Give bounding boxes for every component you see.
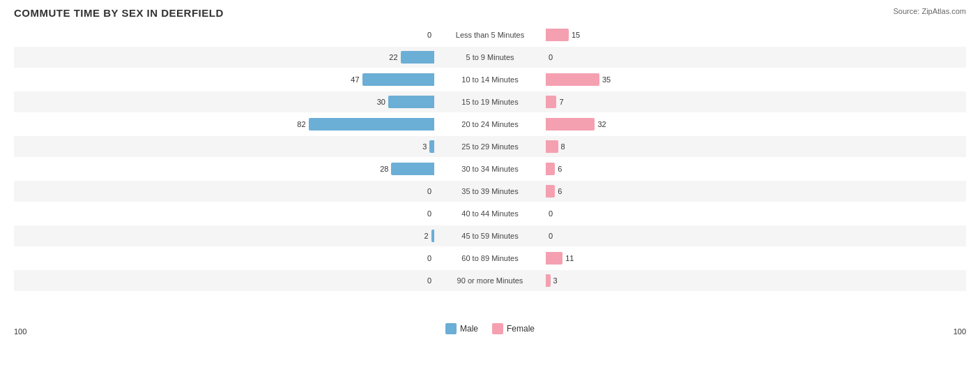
left-section: 3 bbox=[14, 136, 434, 157]
bar-label: 60 to 89 Minutes bbox=[434, 254, 546, 262]
female-value: 15 bbox=[572, 31, 580, 39]
male-value: 22 bbox=[389, 53, 397, 61]
female-value: 0 bbox=[549, 53, 553, 61]
female-bar bbox=[546, 252, 562, 265]
right-section: 6 bbox=[546, 158, 966, 179]
right-section: 6 bbox=[546, 181, 966, 202]
bar-label: 35 to 39 Minutes bbox=[434, 187, 546, 195]
male-value: 30 bbox=[377, 98, 385, 106]
male-value: 3 bbox=[422, 142, 427, 151]
legend: Male Female bbox=[14, 323, 966, 334]
left-section: 82 bbox=[14, 114, 434, 135]
bar-label: 5 to 9 Minutes bbox=[434, 53, 546, 61]
bar-label: 15 to 19 Minutes bbox=[434, 98, 546, 106]
legend-male: Male bbox=[445, 323, 478, 334]
right-section: 3 bbox=[546, 270, 966, 291]
bar-row: 0Less than 5 Minutes15 bbox=[14, 24, 966, 45]
male-bar bbox=[309, 118, 434, 131]
bar-label: 40 to 44 Minutes bbox=[434, 209, 546, 218]
legend-female: Female bbox=[492, 323, 535, 334]
female-bar bbox=[546, 118, 595, 131]
bar-label: Less than 5 Minutes bbox=[434, 31, 546, 39]
bar-row: 225 to 9 Minutes0 bbox=[14, 47, 966, 68]
chart-area: 0Less than 5 Minutes15225 to 9 Minutes04… bbox=[14, 24, 966, 318]
left-section: 0 bbox=[14, 181, 434, 202]
left-section: 30 bbox=[14, 91, 434, 112]
male-value: 0 bbox=[427, 187, 431, 195]
axis-label-right: 100 bbox=[954, 327, 966, 336]
left-section: 0 bbox=[14, 203, 434, 224]
bar-label: 30 to 34 Minutes bbox=[434, 165, 546, 173]
left-section: 0 bbox=[14, 248, 434, 269]
female-bar bbox=[546, 73, 599, 86]
left-section: 22 bbox=[14, 47, 434, 68]
male-bar bbox=[362, 73, 434, 86]
axis-label-left: 100 bbox=[14, 327, 26, 336]
right-section: 8 bbox=[546, 136, 966, 157]
female-value: 35 bbox=[602, 75, 611, 84]
bar-row: 2830 to 34 Minutes6 bbox=[14, 158, 966, 179]
chart-title: COMMUTE TIME BY SEX IN DEERFIELD bbox=[14, 7, 966, 19]
left-section: 2 bbox=[14, 225, 434, 246]
female-bar bbox=[546, 185, 555, 198]
bar-label: 45 to 59 Minutes bbox=[434, 232, 546, 240]
female-bar bbox=[546, 96, 556, 108]
female-value: 8 bbox=[561, 142, 565, 151]
bar-row: 8220 to 24 Minutes32 bbox=[14, 114, 966, 135]
right-section: 0 bbox=[546, 203, 966, 224]
female-bar bbox=[546, 163, 555, 175]
bar-label: 20 to 24 Minutes bbox=[434, 120, 546, 128]
male-value: 2 bbox=[424, 232, 428, 240]
bar-row: 090 or more Minutes3 bbox=[14, 270, 966, 291]
right-section: 0 bbox=[546, 225, 966, 246]
right-section: 7 bbox=[546, 91, 966, 112]
left-section: 0 bbox=[14, 270, 434, 291]
bar-row: 245 to 59 Minutes0 bbox=[14, 225, 966, 246]
right-section: 0 bbox=[546, 47, 966, 68]
left-section: 0 bbox=[14, 24, 434, 45]
bar-label: 90 or more Minutes bbox=[434, 276, 546, 285]
male-value: 28 bbox=[380, 165, 388, 173]
bar-row: 060 to 89 Minutes11 bbox=[14, 248, 966, 269]
bar-row: 035 to 39 Minutes6 bbox=[14, 181, 966, 202]
female-value: 6 bbox=[558, 187, 562, 195]
male-bar bbox=[388, 96, 434, 108]
male-bar bbox=[391, 163, 434, 175]
female-value: 7 bbox=[559, 98, 563, 106]
right-section: 11 bbox=[546, 248, 966, 269]
male-value: 0 bbox=[427, 209, 431, 218]
male-value: 0 bbox=[427, 31, 431, 39]
male-value: 0 bbox=[427, 276, 431, 285]
male-bar bbox=[401, 51, 434, 64]
female-bar bbox=[546, 140, 558, 153]
female-bar bbox=[546, 29, 569, 41]
male-bar bbox=[429, 140, 434, 153]
chart-container: COMMUTE TIME BY SEX IN DEERFIELD Source:… bbox=[0, 0, 980, 365]
left-section: 47 bbox=[14, 69, 434, 90]
right-section: 35 bbox=[546, 69, 966, 90]
bar-row: 325 to 29 Minutes8 bbox=[14, 136, 966, 157]
bar-row: 3015 to 19 Minutes7 bbox=[14, 91, 966, 112]
bar-row: 4710 to 14 Minutes35 bbox=[14, 69, 966, 90]
right-section: 32 bbox=[546, 114, 966, 135]
male-value: 47 bbox=[351, 75, 359, 84]
female-value: 0 bbox=[549, 232, 553, 240]
female-value: 32 bbox=[597, 120, 606, 128]
right-section: 15 bbox=[546, 24, 966, 45]
male-value: 82 bbox=[297, 120, 305, 128]
source-text: Source: ZipAtlas.com bbox=[893, 7, 966, 15]
female-value: 11 bbox=[565, 254, 574, 262]
female-label: Female bbox=[507, 324, 535, 334]
female-value: 0 bbox=[549, 209, 553, 218]
female-value: 6 bbox=[558, 165, 562, 173]
female-bar bbox=[546, 274, 551, 287]
bar-row: 040 to 44 Minutes0 bbox=[14, 203, 966, 224]
female-value: 3 bbox=[553, 276, 558, 285]
male-label: Male bbox=[460, 324, 478, 334]
bar-label: 10 to 14 Minutes bbox=[434, 75, 546, 84]
male-swatch bbox=[445, 323, 457, 334]
left-section: 28 bbox=[14, 158, 434, 179]
bar-label: 25 to 29 Minutes bbox=[434, 142, 546, 151]
female-swatch bbox=[492, 323, 503, 334]
male-value: 0 bbox=[427, 254, 431, 262]
